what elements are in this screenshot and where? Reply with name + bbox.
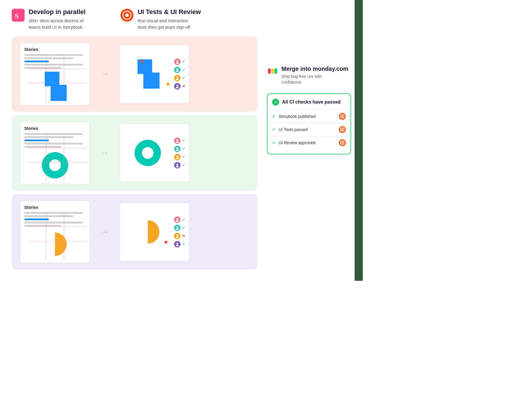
pie-svg-story <box>42 231 68 257</box>
reviewer-row: ✓ <box>174 154 185 160</box>
svg-point-13 <box>176 139 178 141</box>
arrow-3: → <box>101 227 109 237</box>
ci-item-check: ✓ <box>272 114 276 119</box>
avatar-teal-3 <box>174 225 181 231</box>
ci-item-uitests: ✓ UI Tests passed <box>272 123 346 136</box>
cross-icon: ✕ <box>182 84 185 88</box>
merge-title: Merge into monday.com <box>281 66 348 72</box>
stair-top <box>45 72 59 86</box>
reviewer-row: ✓ <box>174 58 185 65</box>
donut-hole-preview <box>142 147 154 159</box>
svg-point-34 <box>342 116 343 117</box>
donut-shape-preview <box>135 140 161 166</box>
chromatic-icon-ci-2 <box>339 126 346 133</box>
ci-header: ✓ All CI checks have passed <box>272 99 346 106</box>
uitests-title: UI Tests & UI Review <box>138 8 201 16</box>
uitests-text: UI Tests & UI Review Run visual and inte… <box>138 8 201 30</box>
check-icon: ✓ <box>182 242 185 246</box>
develop-title: Develop in parallel <box>29 8 85 16</box>
donut-shape <box>42 152 68 178</box>
svg-point-4 <box>125 13 129 17</box>
svg-point-22 <box>176 220 179 222</box>
line-blue <box>24 218 49 220</box>
avatar-purple-3 <box>174 241 181 247</box>
grid-line <box>29 148 87 148</box>
story-lines-2 <box>24 133 86 148</box>
rows-container: Stories <box>12 36 257 273</box>
arrow-2: → <box>101 148 109 158</box>
preview-card-1: ✓ ✓ ✓ <box>119 45 190 103</box>
svg-rect-31 <box>271 68 274 74</box>
dot-marker-bottom <box>166 83 169 86</box>
svg-point-19 <box>176 164 178 166</box>
shape-donut-story <box>24 151 86 180</box>
svg-point-6 <box>176 62 179 64</box>
arrow-1: → <box>101 69 109 79</box>
chromatic-icon-header <box>121 9 133 22</box>
svg-point-21 <box>176 218 178 220</box>
row-1: Stories <box>12 36 257 112</box>
story-lines-3 <box>24 212 86 227</box>
stair-shape-preview <box>135 59 161 89</box>
reviewers-1: ✓ ✓ ✓ <box>174 58 185 89</box>
story-card-3: Stories <box>20 201 90 263</box>
svg-point-7 <box>176 68 178 70</box>
reviewer-row: ✓ <box>174 225 185 231</box>
svg-point-14 <box>176 141 179 143</box>
avatar-pink-3 <box>174 216 181 223</box>
stair-shape <box>42 72 68 101</box>
preview-shape-1 <box>124 59 172 89</box>
svg-point-23 <box>176 226 178 228</box>
preview-shape-3 <box>124 219 172 245</box>
avatar-purple-2 <box>174 162 181 168</box>
line <box>24 225 61 227</box>
svg-point-26 <box>176 237 179 238</box>
reviewer-row: ✓ <box>174 162 185 168</box>
header: S Develop in parallel 300+ devs across d… <box>0 0 363 36</box>
reviewer-row: ✓ <box>174 137 185 144</box>
dot-marker-top <box>141 60 144 63</box>
story-lines-1 <box>24 54 86 69</box>
main-content: Stories <box>0 36 363 273</box>
row-2: Stories <box>12 115 257 191</box>
story-card-2: Stories <box>20 122 90 184</box>
svg-point-36 <box>342 129 343 130</box>
svg-point-20 <box>176 166 179 167</box>
line <box>24 212 83 214</box>
check-icon: ✓ <box>182 147 185 151</box>
ci-title: All CI checks have passed <box>282 99 341 105</box>
svg-point-18 <box>176 158 179 159</box>
avatar-orange <box>174 75 181 81</box>
cross-icon: ✕ <box>182 234 185 238</box>
avatar-orange-2 <box>174 154 181 160</box>
svg-point-24 <box>176 228 179 230</box>
reviewer-row: ✓ <box>174 75 185 81</box>
merge-header: Merge into monday.com Ship bug-free UIs … <box>267 66 351 85</box>
story-label-2: Stories <box>24 126 86 131</box>
reviewers-3: ✓ ✓ ✕ <box>174 216 185 247</box>
svg-point-25 <box>176 235 178 236</box>
avatar-orange-3 <box>174 233 181 239</box>
preview-card-2: ✓ ✓ ✓ <box>119 124 190 182</box>
line <box>24 146 61 148</box>
svg-rect-32 <box>274 68 277 74</box>
check-icon: ✓ <box>182 226 185 230</box>
line <box>24 64 83 66</box>
right-panel: Merge into monday.com Ship bug-free UIs … <box>257 60 351 273</box>
reviewer-row: ✓ <box>174 67 185 73</box>
monday-logo-svg <box>267 66 278 77</box>
storybook-icon: S <box>12 9 25 22</box>
uitests-subtitle: Run visual and interactiontests then get… <box>138 18 201 30</box>
line-blue <box>24 140 49 141</box>
develop-section: S Develop in parallel 300+ devs across d… <box>12 8 85 30</box>
stair-bottom <box>51 85 67 101</box>
svg-point-38 <box>342 142 343 144</box>
line <box>24 215 73 217</box>
develop-text: Develop in parallel 300+ devs across doz… <box>29 8 85 30</box>
line <box>24 143 83 144</box>
line <box>24 222 83 223</box>
check-icon: ✓ <box>182 163 185 167</box>
check-icon: ✓ <box>182 68 185 72</box>
line <box>24 57 73 59</box>
shape-stair-1 <box>24 72 86 101</box>
